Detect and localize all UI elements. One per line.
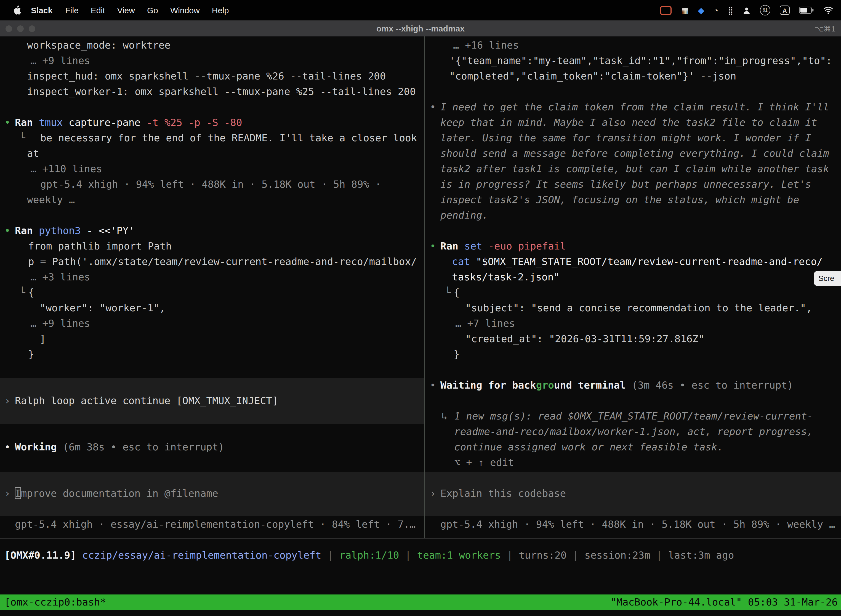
working-status: Working (6m 38s • esc to interrupt): [15, 439, 224, 455]
json-arg: '{"team_name":"my-team","task_id":"1","f…: [449, 53, 832, 69]
tmux-host-clock: "MacBook-Pro-44.local" 05:03 31-Mar-26: [610, 594, 841, 610]
waiting-status: Waiting for background terminal (3m 46s …: [440, 378, 793, 393]
tmux-status-bar: [omx-cczip0:bash* "MacBook-Pro-44.local"…: [0, 594, 841, 610]
zoom-button[interactable]: [29, 25, 35, 32]
config-line: inspect_worker-1: omx sparkshell --tmux-…: [27, 84, 416, 99]
screen: Slack File Edit View Go Window Help ▦ ◆ …: [0, 0, 841, 616]
json-output: }: [454, 347, 460, 362]
pane-bottom-border: [0, 538, 841, 539]
apple-menu-icon[interactable]: [10, 6, 24, 15]
menu-edit[interactable]: Edit: [85, 6, 111, 15]
config-line: inspect_hud: omx sparkshell --tmux-pane …: [27, 69, 386, 84]
omitted-lines: … +16 lines: [453, 38, 519, 53]
right-pane[interactable]: … +16 lines '{"team_name":"my-team","tas…: [425, 37, 841, 538]
json-output: "created_at": "2026-03-31T11:59:27.816Z": [465, 331, 705, 347]
bullet-icon: •: [430, 238, 436, 254]
screen-recording-icon[interactable]: [660, 6, 672, 15]
pane-footer-status: gpt-5.4 xhigh · 94% left · 488K in · 5.1…: [440, 517, 835, 532]
window-title-bar[interactable]: omx --xhigh --madmax ⌥⌘1: [0, 21, 841, 37]
chevron-icon: ›: [430, 486, 436, 501]
omx-turns: turns:20: [519, 549, 567, 561]
omx-ralph-counter: ralph:1/10: [339, 549, 399, 561]
menu-bar-left: Slack File Edit View Go Window Help: [0, 6, 235, 15]
traffic-lights: [6, 21, 35, 37]
battery-percent-badge[interactable]: 61: [760, 5, 771, 15]
clock-icon[interactable]: ◔: [714, 6, 718, 15]
bullet-icon: •: [430, 99, 436, 115]
battery-icon[interactable]: [799, 7, 814, 14]
input-source-icon[interactable]: A: [780, 6, 790, 15]
omx-version: [OMX#0.11.9]: [4, 549, 76, 561]
reply-arrow-icon: ↳: [441, 408, 448, 424]
terminal-panes: workspace_mode: worktree … +9 lines insp…: [0, 37, 841, 538]
thinking-text: should send a message before completing …: [440, 146, 829, 161]
menu-view[interactable]: View: [111, 6, 141, 15]
menu-app-name[interactable]: Slack: [24, 6, 59, 15]
menu-go[interactable]: Go: [141, 6, 164, 15]
ran-command: Ran set -euo pipefail: [440, 238, 566, 254]
json-arg: "completed","claim_token":"claim-token"}…: [449, 69, 736, 84]
screen-share-overlay: Scre: [814, 271, 841, 286]
config-line: workspace_mode: worktree: [27, 38, 170, 53]
pane-footer-status: gpt-5.4 xhigh · essay/ai-reimplementatio…: [15, 517, 416, 532]
command-body: cat "$OMX_TEAM_STATE_ROOT/team/review-cu…: [452, 254, 823, 269]
command-output: at: [27, 146, 39, 161]
chevron-icon: ›: [4, 486, 10, 501]
omitted-lines: … +3 lines: [30, 269, 90, 285]
mailbox-message: 1 new msg(s): read $OMX_TEAM_STATE_ROOT/…: [454, 408, 813, 424]
person-icon[interactable]: [743, 6, 750, 14]
menu-help[interactable]: Help: [206, 6, 235, 15]
omitted-lines: … +9 lines: [30, 316, 90, 331]
json-output: ]: [40, 331, 46, 347]
command-output: gpt-5.4 xhigh · 94% left · 488K in · 5.1…: [40, 177, 381, 192]
minimize-button[interactable]: [17, 25, 24, 32]
json-output: "subject": "send a concise recommendatio…: [465, 300, 812, 316]
command-output: be necessary for the end of the README. …: [40, 130, 417, 146]
grid-icon[interactable]: ▦: [681, 6, 689, 15]
edit-hint: ⌥ + ↑ edit: [454, 455, 514, 470]
bullet-icon: •: [4, 439, 10, 455]
dots-grid-icon[interactable]: ⣿: [728, 6, 733, 15]
tmux-session-window: [omx-cczip0:bash*: [0, 594, 106, 610]
pane-divider[interactable]: [424, 37, 425, 538]
elbow-icon: └: [19, 130, 25, 146]
command-body: tasks/task-2.json": [452, 269, 560, 285]
omx-session-time: session:23m: [585, 549, 650, 561]
menu-file[interactable]: File: [59, 6, 84, 15]
wifi-icon[interactable]: [823, 6, 833, 14]
script-body: p = Path('.omx/state/team/review-current…: [28, 254, 417, 269]
tab-shortcut-hint: ⌥⌘1: [815, 24, 835, 33]
inject-message: Ralph loop active continue [OMX_TMUX_INJ…: [15, 393, 278, 408]
app-status-icon[interactable]: ◆: [698, 5, 704, 15]
thinking-text: is in progress? It seems likely but perh…: [440, 177, 811, 192]
omx-last-activity: last:3m ago: [668, 549, 734, 561]
omitted-lines: … +9 lines: [30, 53, 90, 69]
thinking-text: keep that in mind. Maybe I also need the…: [440, 115, 817, 130]
thinking-text: inspect task2's JSON, focusing on the st…: [440, 192, 799, 208]
prompt-input[interactable]: Improve documentation in @filename: [15, 486, 218, 501]
ran-command: Ran tmux capture-pane -t %25 -p -S -80: [15, 115, 242, 130]
omitted-lines: … +7 lines: [455, 316, 515, 331]
menu-bar: Slack File Edit View Go Window Help ▦ ◆ …: [0, 0, 841, 21]
mailbox-message: continue assigned work or next feasible …: [454, 439, 723, 455]
left-pane[interactable]: workspace_mode: worktree … +9 lines insp…: [0, 37, 424, 538]
bullet-icon: •: [430, 378, 436, 393]
bullet-icon: •: [4, 115, 10, 130]
thinking-text: task2 after task1 is complete, but can I…: [440, 161, 829, 177]
thinking-text: later. Using the same for transition mig…: [440, 130, 811, 146]
prompt-suggestion[interactable]: Explain this codebase: [440, 486, 566, 501]
bullet-icon: •: [4, 223, 10, 238]
command-output: weekly …: [27, 192, 75, 208]
omx-session-path: cczip/essay/ai-reimplementation-copyleft: [76, 549, 321, 561]
thinking-text: I need to get the claim token from the c…: [440, 99, 829, 115]
omitted-lines: … +110 lines: [30, 161, 102, 177]
json-output: {: [28, 285, 34, 300]
chevron-icon: ›: [4, 393, 10, 408]
close-button[interactable]: [6, 25, 12, 32]
status-icons: ▦ ◆ ◔ ⣿ 61 A: [660, 5, 841, 15]
mailbox-message: readme-and-reco/mailbox/worker-1.json, a…: [454, 424, 813, 439]
menu-window[interactable]: Window: [164, 6, 206, 15]
json-output: }: [28, 347, 34, 362]
elbow-icon: └: [19, 285, 25, 300]
omx-team-workers: team:1 workers: [417, 549, 501, 561]
